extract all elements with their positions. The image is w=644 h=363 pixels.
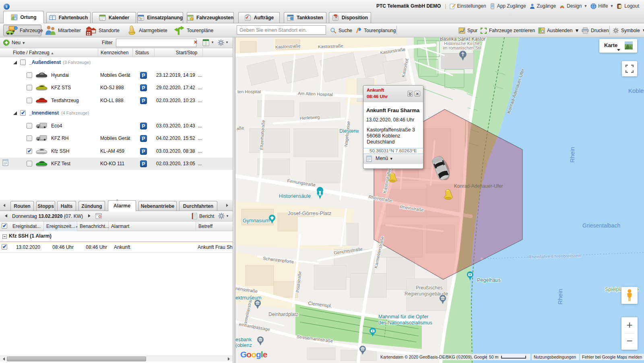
svg-text:Historiensäule: Historiensäule [279,193,311,199]
svg-text:Mahnmal für die Opfer: Mahnmal für die Opfer [378,314,428,320]
svg-text:Konrad-Adenauer-Ufer: Konrad-Adenauer-Ufer [454,183,503,189]
svg-text:Rhein: Rhein [569,147,576,162]
svg-text:Griesentalbach: Griesentalbach [582,222,620,229]
svg-text:Pegelhaus: Pegelhaus [477,277,501,283]
svg-text:Preußisches: Preußisches [416,285,443,291]
svg-text:Kastorstraße: Kastorstraße [318,43,343,49]
svg-text:Diesterw: Diesterw [339,128,359,134]
svg-text:Koblenz: Koblenz [628,87,644,94]
svg-text:Deinhardplatz: Deinhardplatz [268,312,298,317]
svg-text:ten Hospital: ten Hospital [237,89,261,94]
svg-text:Josef-Görres-Platz: Josef-Görres-Platz [288,210,331,216]
svg-text:Rhein: Rhein [557,289,564,304]
svg-text:(oblenz: (oblenz [235,342,252,348]
svg-text:Gymnasium: Gymnasium [243,218,270,224]
svg-text:esbank: esbank [235,337,252,342]
svg-text:im romanischen Stil: im romanischen Stil [443,45,481,50]
svg-text:des Nationalsozialismus: des Nationalsozialismus [378,320,432,326]
svg-text:ektmuseum: ektmuseum [235,295,262,301]
